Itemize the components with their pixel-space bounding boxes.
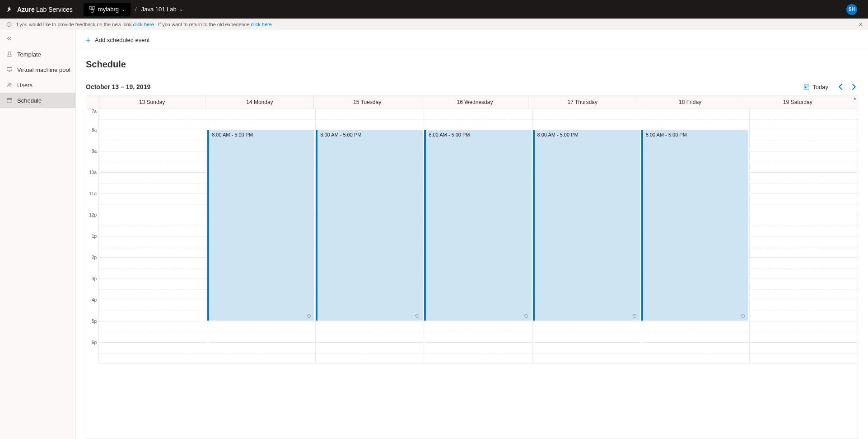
time-gutter: 7a8a9a10a11a12p1p2p3p4p5p6p	[86, 109, 98, 364]
feedback-text-3: .	[273, 22, 275, 27]
today-label: Today	[812, 84, 828, 90]
resource-group-dropdown[interactable]: mylabrg ⌄	[84, 3, 131, 16]
svg-rect-1	[93, 6, 95, 9]
svg-point-11	[8, 83, 9, 85]
brand-rest: Lab Services	[36, 6, 73, 13]
hour-label: 3p	[86, 276, 98, 297]
scroll-up-indicator: ▲	[853, 96, 857, 100]
day-column[interactable]	[98, 109, 207, 364]
previous-week-button[interactable]	[836, 82, 845, 91]
flask-icon	[6, 51, 13, 57]
day-column[interactable]	[749, 109, 858, 364]
close-icon[interactable]: ×	[859, 21, 863, 28]
scheduled-event[interactable]: 8:00 AM - 5:00 PM	[316, 130, 423, 321]
page-title: Schedule	[86, 59, 858, 70]
top-bar: Azure Lab Services mylabrg ⌄ / Java 101 …	[0, 0, 868, 19]
scheduled-event[interactable]: 8:00 AM - 5:00 PM	[424, 130, 531, 321]
feedback-link-1[interactable]: click here	[133, 22, 154, 27]
hour-label: 4p	[86, 297, 98, 319]
svg-rect-2	[91, 9, 93, 12]
lab-label: Java 101 Lab	[141, 6, 177, 13]
svg-rect-9	[7, 68, 12, 71]
feedback-bar: If you would like to provide feedback on…	[0, 19, 868, 30]
users-icon	[6, 82, 13, 88]
chevron-down-icon: ⌄	[179, 7, 183, 12]
collapse-sidebar-button[interactable]	[0, 30, 75, 47]
sidebar-item-label: Virtual machine pool	[17, 66, 70, 73]
lab-dropdown[interactable]: Java 101 Lab ⌄	[141, 6, 183, 13]
hour-label: 12p	[86, 212, 98, 234]
sidebar-item-label: Users	[17, 82, 33, 89]
next-week-button[interactable]	[849, 82, 858, 91]
hour-label: 8a	[86, 127, 98, 149]
hour-label: 10a	[86, 170, 98, 191]
recurring-icon	[415, 313, 420, 319]
scheduled-event[interactable]: 8:00 AM - 5:00 PM	[207, 130, 314, 321]
brand-azure: Azure	[17, 6, 35, 13]
calendar-today-icon	[803, 84, 810, 90]
date-range: October 13 – 19, 2019	[86, 83, 150, 90]
svg-rect-0	[89, 6, 92, 9]
svg-point-12	[10, 84, 11, 85]
event-time-label: 8:00 AM - 5:00 PM	[537, 132, 579, 137]
day-column[interactable]: 8:00 AM - 5:00 PM	[207, 109, 315, 364]
feedback-link-2[interactable]: click here	[251, 22, 271, 27]
day-column[interactable]: 8:00 AM - 5:00 PM	[641, 109, 749, 364]
hour-label: 1p	[86, 234, 98, 255]
event-time-label: 8:00 AM - 5:00 PM	[320, 132, 361, 137]
hour-label: 6p	[86, 340, 98, 361]
day-header: 18 Friday	[636, 95, 744, 109]
command-bar: Add scheduled event	[76, 30, 868, 50]
hour-label: 11a	[86, 191, 98, 212]
svg-point-7	[9, 23, 9, 24]
add-scheduled-event-button[interactable]: Add scheduled event	[85, 37, 149, 43]
day-header: 17 Thursday	[529, 95, 636, 109]
day-header: 16 Wednesday	[421, 95, 529, 109]
day-header: 15 Tuesday	[314, 95, 421, 109]
resource-group-icon	[89, 6, 95, 13]
calendar-icon	[6, 97, 13, 104]
svg-rect-21	[805, 87, 807, 88]
day-column[interactable]: 8:00 AM - 5:00 PM	[532, 109, 641, 364]
scheduled-event[interactable]: 8:00 AM - 5:00 PM	[533, 130, 640, 321]
event-time-label: 8:00 AM - 5:00 PM	[646, 132, 687, 137]
recurring-icon	[306, 313, 312, 319]
day-header: 13 Sunday	[98, 95, 206, 109]
hour-label: 5p	[86, 319, 98, 340]
sidebar-item-vmpool[interactable]: Virtual machine pool	[0, 62, 75, 77]
double-chevron-left-icon	[6, 35, 13, 42]
azure-logo-icon	[5, 5, 14, 14]
info-icon	[6, 22, 12, 27]
plus-icon	[85, 37, 91, 43]
recurring-icon	[632, 313, 637, 319]
calendar-header: October 13 – 19, 2019 Today	[86, 82, 858, 91]
recurring-icon	[740, 313, 746, 319]
breadcrumb-separator: /	[135, 6, 137, 13]
feedback-text-2: . If you want to return to the old exper…	[155, 22, 250, 27]
sidebar-item-label: Schedule	[17, 97, 42, 104]
resource-group-label: mylabrg	[98, 6, 119, 13]
day-header: 14 Monday	[206, 95, 313, 109]
hour-label: 9a	[86, 149, 98, 170]
sidebar-item-label: Template	[17, 51, 41, 58]
sidebar: Template Virtual machine pool Users Sche…	[0, 30, 76, 439]
calendar-body[interactable]: 7a8a9a10a11a12p1p2p3p4p5p6p 8:00 AM - 5:…	[86, 109, 858, 439]
hour-label: 7a	[86, 109, 98, 130]
user-avatar[interactable]: SH	[846, 4, 857, 15]
recurring-icon	[523, 313, 529, 319]
today-button[interactable]: Today	[803, 84, 828, 90]
chevron-down-icon: ⌄	[121, 7, 125, 12]
hour-label: 2p	[86, 255, 98, 276]
event-time-label: 8:00 AM - 5:00 PM	[212, 132, 253, 137]
day-column[interactable]: 8:00 AM - 5:00 PM	[315, 109, 424, 364]
sidebar-item-template[interactable]: Template	[0, 47, 75, 62]
monitor-icon	[6, 66, 13, 73]
scheduled-event[interactable]: 8:00 AM - 5:00 PM	[641, 130, 748, 321]
feedback-text-1: If you would like to provide feedback on…	[15, 22, 131, 27]
calendar-grid: 13 Sunday14 Monday15 Tuesday16 Wednesday…	[86, 95, 858, 439]
sidebar-item-users[interactable]: Users	[0, 77, 75, 93]
day-column[interactable]: 8:00 AM - 5:00 PM	[424, 109, 532, 364]
svg-rect-13	[7, 99, 12, 103]
day-header: 19 Saturday	[744, 95, 851, 109]
sidebar-item-schedule[interactable]: Schedule	[0, 93, 75, 108]
